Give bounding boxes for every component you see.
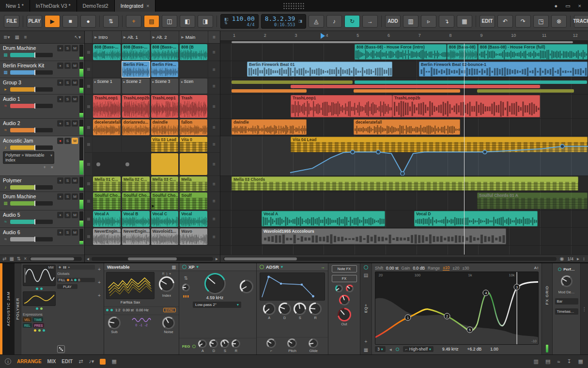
volume-slider[interactable] bbox=[10, 53, 53, 57]
eq-range-30[interactable]: ±30 bbox=[462, 266, 469, 271]
filter-type-select[interactable]: Low-pass 2"▾ bbox=[193, 302, 241, 308]
eq-band-node[interactable]: 2 bbox=[444, 313, 450, 319]
automation-write-button[interactable]: ▤ bbox=[144, 15, 159, 28]
arranger-clip[interactable]: Berlin Firework Beat 02-bounce-1 bbox=[419, 62, 588, 77]
eq-menu-icon[interactable]: ▤ bbox=[364, 272, 368, 278]
scroll-right-icon[interactable]: ▸ bbox=[216, 256, 218, 261]
clip-slot[interactable]: dwindle bbox=[151, 119, 180, 136]
lfo-rate-value[interactable]: 0.00 Hz bbox=[136, 308, 149, 312]
undo-button[interactable]: ↶ bbox=[497, 15, 513, 28]
clip-stop-button[interactable] bbox=[85, 44, 93, 61]
scene-menu-icon[interactable]: ≡ bbox=[208, 31, 220, 43]
osc-mini-fader[interactable] bbox=[24, 268, 26, 283]
feg-decay-knob[interactable] bbox=[209, 339, 218, 348]
clip-slot[interactable] bbox=[93, 136, 122, 152]
delete-button[interactable]: ⊗ bbox=[551, 15, 567, 28]
clip-slot[interactable] bbox=[122, 153, 151, 176]
clip-slot[interactable]: 808 (B bbox=[179, 44, 208, 61]
launcher-clip[interactable]: NeverEngin... bbox=[93, 228, 121, 245]
clip-slot[interactable]: Berlin Fire... bbox=[122, 61, 151, 78]
eq-band-select[interactable]: 3▾ bbox=[375, 346, 386, 352]
launcher-clip[interactable]: Vocal A bbox=[93, 211, 121, 227]
maximize-icon[interactable]: ▭ bbox=[565, 3, 570, 9]
launcher-clip[interactable]: Vocal C bbox=[151, 211, 179, 227]
launcher-clip[interactable]: 808 (Bass-... bbox=[122, 44, 150, 60]
solo-button[interactable]: S bbox=[64, 229, 71, 236]
launcher-clip[interactable]: dorianredu... bbox=[122, 119, 150, 135]
wavetable-preset-name[interactable]: Farfisa Sax bbox=[106, 300, 155, 304]
clip-stop-button[interactable] bbox=[85, 78, 93, 94]
launcher-clip[interactable]: Mella 03 C... bbox=[151, 176, 179, 191]
solo-button[interactable]: S bbox=[64, 193, 71, 200]
record-arm-button[interactable]: ● bbox=[57, 80, 63, 86]
band-power-icon[interactable] bbox=[396, 348, 399, 351]
arranger-clip[interactable]: TrashLoop2b bbox=[392, 95, 540, 117]
loop-toggle-button[interactable]: ↻ bbox=[344, 15, 360, 28]
grid-view-icon[interactable]: ▦ bbox=[15, 34, 19, 40]
punch-in-button[interactable]: ◧ bbox=[180, 15, 195, 28]
count-in-button[interactable]: ♪ bbox=[326, 15, 342, 28]
device-chooser[interactable]: Polymer » WavetableIndex▾ bbox=[3, 151, 54, 164]
arranger-clip[interactable]: dwindle bbox=[232, 119, 307, 135]
row-menu-icon[interactable]: ≡ bbox=[208, 44, 220, 61]
track-row[interactable]: Drum Machine▦●SM bbox=[0, 44, 84, 61]
crossfade-icon-button[interactable]: ⇅ bbox=[103, 15, 119, 28]
timeline-ruler[interactable]: 123456789101112 bbox=[220, 31, 588, 41]
vertical-zoom-icon[interactable]: ↕ bbox=[583, 256, 585, 261]
bar-select[interactable]: Bar bbox=[555, 298, 578, 304]
cutoff-value[interactable]: 4.59 kHz bbox=[206, 295, 224, 300]
decay-knob[interactable] bbox=[279, 303, 291, 315]
release-knob[interactable] bbox=[309, 303, 322, 315]
note-fx-button[interactable]: Note FX bbox=[332, 265, 357, 272]
launcher-clip[interactable]: Soulf bbox=[180, 192, 207, 209]
polymer-device-tab[interactable]: POLYMER bbox=[15, 263, 21, 354]
clip-slot[interactable] bbox=[179, 153, 208, 176]
eq-spectrum-display[interactable]: -10 12543201001k10k bbox=[375, 272, 539, 345]
view-toggle-edit[interactable]: EDIT bbox=[62, 359, 73, 364]
clip-slot[interactable]: Mella 01 C... bbox=[93, 176, 122, 192]
solo-button[interactable]: S bbox=[64, 177, 71, 184]
play-mode-chip[interactable]: PLAY bbox=[57, 284, 77, 289]
launcher-clip[interactable]: ▸Scene 2 bbox=[122, 79, 150, 94]
tempo-display[interactable]: ▮▯⇅ 110.00 4/4 bbox=[220, 14, 259, 29]
eq-shift-value[interactable]: 0.00 st bbox=[386, 266, 399, 271]
eq-add-icon[interactable]: + bbox=[365, 339, 368, 344]
play-button[interactable]: ▶ bbox=[45, 15, 60, 28]
clip-slot[interactable]: deceleratefall bbox=[93, 119, 122, 136]
curve-knob[interactable] bbox=[266, 338, 276, 348]
fx-grid-device-tab[interactable]: FX GRID bbox=[542, 263, 553, 354]
filter-env-label[interactable]: FEG bbox=[182, 344, 190, 349]
record-arm-button[interactable]: ● bbox=[57, 120, 63, 127]
volume-slider[interactable] bbox=[10, 185, 53, 190]
launcher-clip[interactable]: Berlin Fire... bbox=[122, 62, 150, 77]
clip-slot[interactable]: ▸Scene 1 bbox=[93, 78, 122, 94]
arranger-clip[interactable]: Berlin Firework Beat 01 bbox=[247, 62, 392, 77]
keytrack-knob[interactable] bbox=[182, 284, 190, 291]
fx-button[interactable]: FX bbox=[332, 275, 357, 282]
mute-button[interactable]: M bbox=[72, 177, 78, 184]
chevron-down-icon[interactable]: ▾ bbox=[197, 265, 199, 269]
launcher-clip[interactable]: Soulful Cho...▶ bbox=[151, 192, 179, 209]
clip-slot[interactable]: Wavoloid1... bbox=[151, 228, 180, 245]
cutoff-knob[interactable] bbox=[204, 273, 226, 294]
track-row[interactable]: Drum Machine▦●SM bbox=[0, 192, 84, 210]
track-grid-icon[interactable]: ▦ bbox=[9, 256, 14, 261]
launcher-clip[interactable]: Vocal B bbox=[122, 211, 150, 227]
eq-band-node[interactable]: 4 bbox=[483, 290, 489, 296]
track-row[interactable]: Audio 5≈●SM bbox=[0, 210, 84, 228]
track-row[interactable]: Acoustic Jam♪Polymer » WavetableIndex▾+×… bbox=[0, 136, 84, 176]
swap-tracks-icon[interactable]: ⇄ bbox=[2, 256, 6, 261]
launcher-clip[interactable]: Mella bbox=[180, 176, 207, 191]
volume-slider[interactable] bbox=[10, 237, 53, 241]
scene-cell[interactable]: ▶Intro bbox=[93, 31, 122, 43]
redo-button[interactable]: ↷ bbox=[515, 15, 531, 28]
automation-panel-icon[interactable]: ≈ bbox=[557, 359, 560, 365]
volume-handle[interactable] bbox=[34, 219, 35, 224]
play-from-start-button[interactable]: ▹ bbox=[421, 15, 436, 28]
clip-slot[interactable]: Vita 03 Lead bbox=[151, 136, 180, 152]
remove-device-icon[interactable]: × bbox=[51, 165, 53, 170]
play-scene-icon[interactable]: ▶ bbox=[181, 35, 184, 39]
mute-button[interactable]: M bbox=[72, 45, 78, 51]
filter-env-power-icon[interactable] bbox=[192, 345, 196, 348]
row-menu-icon[interactable]: ≡ bbox=[208, 119, 220, 136]
